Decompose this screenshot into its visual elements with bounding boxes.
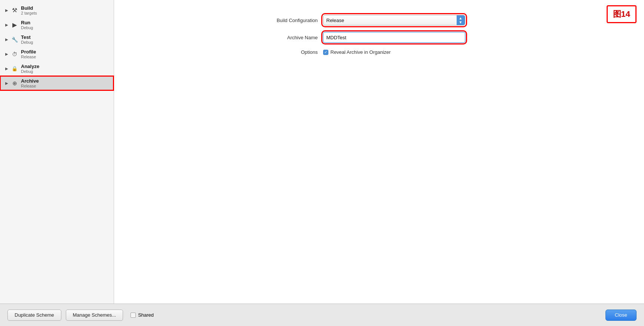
archive-sub: Release — [21, 84, 39, 88]
run-label: Run — [21, 20, 33, 25]
lock-icon — [10, 65, 19, 73]
archive-name-wrapper — [323, 32, 465, 43]
sidebar-item-analyze[interactable]: ▶ Analyze Debug — [0, 61, 114, 76]
test-label: Test — [21, 34, 33, 40]
expand-arrow-run: ▶ — [4, 23, 9, 27]
bottom-bar: Duplicate Scheme Manage Schemes... Share… — [0, 304, 644, 326]
sidebar: ▶ Build 2 targets ▶ Run Debug ▶ Test Deb… — [0, 0, 114, 304]
build-sub: 2 targets — [21, 11, 37, 15]
run-item-text: Run Debug — [21, 20, 33, 30]
shared-label: Shared — [138, 312, 154, 318]
shared-row: Shared — [131, 312, 154, 318]
select-arrow-icon: ▲ ▼ — [457, 15, 465, 25]
figure-label: 图14 — [607, 5, 637, 23]
archive-label: Archive — [21, 78, 39, 84]
archive-item-text: Archive Release — [21, 78, 39, 88]
archive-name-row: Archive Name — [248, 32, 510, 43]
wrench-icon — [10, 36, 19, 44]
test-sub: Debug — [21, 40, 33, 44]
hammer-icon — [10, 6, 19, 15]
duplicate-scheme-button[interactable]: Duplicate Scheme — [7, 310, 61, 321]
timer-icon — [10, 50, 19, 58]
test-item-text: Test Debug — [21, 34, 33, 44]
expand-arrow-archive: ▶ — [4, 81, 9, 86]
build-config-select[interactable]: Release ▲ ▼ — [323, 15, 465, 25]
reveal-archive-checkbox[interactable]: ✓ — [323, 50, 328, 55]
analyze-item-text: Analyze Debug — [21, 64, 39, 74]
reveal-archive-wrapper[interactable]: ✓ Reveal Archive in Organizer — [323, 49, 391, 55]
form-area: Build Configuration Release ▲ ▼ Archive … — [248, 15, 510, 55]
play-icon — [10, 21, 19, 29]
profile-sub: Release — [21, 55, 36, 59]
archive-name-label: Archive Name — [248, 35, 323, 40]
expand-arrow-profile: ▶ — [4, 52, 9, 56]
sidebar-item-build[interactable]: ▶ Build 2 targets — [0, 3, 114, 18]
archive-name-input[interactable] — [323, 32, 465, 43]
content-area: 图14 Build Configuration Release ▲ ▼ — [114, 0, 644, 304]
close-button[interactable]: Close — [605, 310, 637, 321]
expand-arrow-analyze: ▶ — [4, 67, 9, 71]
sidebar-item-test[interactable]: ▶ Test Debug — [0, 32, 114, 47]
build-item-text: Build 2 targets — [21, 5, 37, 15]
sidebar-item-run[interactable]: ▶ Run Debug — [0, 18, 114, 32]
main-container: ▶ Build 2 targets ▶ Run Debug ▶ Test Deb… — [0, 0, 644, 304]
reveal-archive-label: Reveal Archive in Organizer — [331, 49, 391, 55]
archive-icon — [10, 79, 19, 87]
sidebar-item-profile[interactable]: ▶ Profile Release — [0, 47, 114, 61]
shared-checkbox[interactable] — [131, 313, 136, 318]
analyze-label: Analyze — [21, 64, 39, 69]
expand-arrow-build: ▶ — [4, 8, 9, 13]
build-config-label: Build Configuration — [248, 18, 323, 23]
build-config-wrapper: Release ▲ ▼ — [323, 15, 465, 25]
sidebar-item-archive[interactable]: ▶ Archive Release — [0, 76, 114, 90]
options-row: Options ✓ Reveal Archive in Organizer — [248, 49, 510, 55]
profile-item-text: Profile Release — [21, 49, 36, 59]
run-sub: Debug — [21, 25, 33, 30]
profile-label: Profile — [21, 49, 36, 55]
manage-schemes-button[interactable]: Manage Schemes... — [66, 310, 123, 321]
build-label: Build — [21, 5, 37, 11]
options-label: Options — [248, 49, 323, 55]
analyze-sub: Debug — [21, 69, 39, 74]
build-config-value: Release — [326, 18, 344, 23]
build-config-row: Build Configuration Release ▲ ▼ — [248, 15, 510, 25]
expand-arrow-test: ▶ — [4, 37, 9, 42]
